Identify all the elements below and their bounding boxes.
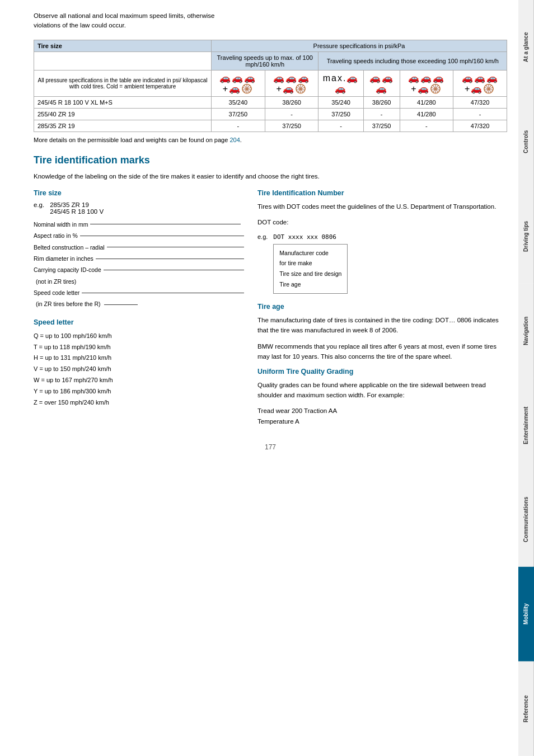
cell-2-5: 41/280 <box>400 108 453 120</box>
eg-dot-label: e.g. <box>257 233 268 240</box>
right-tabs: At a glance Controls Driving tips Naviga… <box>518 0 534 756</box>
tab-at-a-glance[interactable]: At a glance <box>518 0 534 95</box>
cell-1-3: 35/240 <box>318 96 363 108</box>
cell-2-4: - <box>363 108 400 120</box>
speed-item-q: Q = up to 100 mph/160 km/h <box>34 331 246 342</box>
cell-3-6: 47/320 <box>453 120 507 132</box>
dot-label: DOT code: <box>257 217 507 227</box>
speed-item-y: Y = up to 186 mph/300 km/h <box>34 386 246 397</box>
tire-size-diagram: Nominal width in mm Aspect ratio in % Be… <box>34 219 246 309</box>
cell-2-6: - <box>453 108 507 120</box>
table-footnote: More details on the permissible load and… <box>34 137 507 143</box>
speed-item-v: V = up to 150 mph/240 km/h <box>34 364 246 375</box>
eg-label: e.g. <box>34 201 44 215</box>
table-col-tire-size: Tire size <box>34 40 212 51</box>
utqg-text1: Quality grades can be found where applic… <box>257 380 507 401</box>
section-title: Tire identification marks <box>34 154 507 166</box>
label-belted: Belted construction – radial <box>34 242 105 252</box>
cell-3-4: 37/250 <box>363 120 400 132</box>
tire-size-example: e.g. 285/35 ZR 19 245/45 R 18 100 V <box>34 201 246 215</box>
footnote-link[interactable]: 204 <box>229 137 240 143</box>
dot-diagram-area: e.g. DOT xxxx xxx 0806 Manufacturer code… <box>257 233 507 294</box>
label-rim: Rim diameter in inches <box>34 253 93 264</box>
dot-item-1: Manufacturer code <box>279 248 341 259</box>
icon-row-5: 🚗🚗🚗+🚗🛞 <box>453 70 507 96</box>
tire-size-3: 285/35 ZR 19 <box>34 120 212 132</box>
icon-row-4: 🚗🚗🚗+🚗🛞 <box>400 70 453 96</box>
cell-1-2: 38/260 <box>265 96 318 108</box>
intro-text: Observe all national and local maximum s… <box>34 11 224 31</box>
eg-val1: 285/35 ZR 19 <box>50 201 104 208</box>
label-zr-before: (in ZR tires before the R) <box>36 300 101 307</box>
utqg-subtitle: Uniform Tire Quality Grading <box>257 368 507 375</box>
cell-1-6: 47/320 <box>453 96 507 108</box>
page-number: 177 <box>34 443 507 451</box>
label-aspect-ratio: Aspect ratio in % <box>34 231 78 241</box>
tab-reference[interactable]: Reference <box>518 661 534 756</box>
tire-id-subtitle: Tire Identification Number <box>257 189 507 197</box>
right-column: Tire Identification Number Tires with DO… <box>257 189 507 432</box>
tab-mobility[interactable]: Mobility <box>518 567 534 661</box>
cell-2-1: 37/250 <box>212 108 265 120</box>
label-speed-code: Speed code letter <box>34 288 79 298</box>
label-carrying: Carrying capacity ID-code <box>34 265 101 275</box>
dot-item-1b: for tire make <box>279 258 341 269</box>
speed-item-w: W = up to 167 mph/270 km/h <box>34 375 246 386</box>
label-nominal-width: Nominal width in mm <box>34 219 88 229</box>
cell-1-1: 35/240 <box>212 96 265 108</box>
tire-age-text2: BMW recommends that you replace all tire… <box>257 341 507 362</box>
left-column: Tire size e.g. 285/35 ZR 19 245/45 R 18 … <box>34 189 246 432</box>
table-subheader-slow: Traveling speeds up to max. of 100 mph/1… <box>212 51 318 70</box>
section-intro: Knowledge of the labeling on the side of… <box>34 172 507 181</box>
speed-list: Q = up to 100 mph/160 km/h T = up to 118… <box>34 331 246 408</box>
cell-2-2: - <box>265 108 318 120</box>
cell-3-2: 37/250 <box>265 120 318 132</box>
table-label-row: All pressure specifications in the table… <box>34 70 212 96</box>
tire-id-text1: Tires with DOT codes meet the guidelines… <box>257 201 507 212</box>
dot-item-3: Tire age <box>279 279 341 290</box>
tire-age-subtitle: Tire age <box>257 303 507 311</box>
tab-navigation[interactable]: Navigation <box>518 284 534 378</box>
tab-controls[interactable]: Controls <box>518 95 534 189</box>
speed-item-h: H = up to 131 mph/210 km/h <box>34 353 246 364</box>
cell-3-3: - <box>318 120 363 132</box>
icon-row-2: 🚗🚗🚗+🚗🛞 <box>265 70 318 96</box>
cell-3-5: - <box>400 120 453 132</box>
dot-example-text: DOT xxxx xxx 0806 <box>273 233 348 241</box>
table-row: 255/40 ZR 19 37/250 - 37/250 - 41/280 - <box>34 108 507 120</box>
tire-size-1: 245/45 R 18 100 V XL M+S <box>34 96 212 108</box>
dot-item-2: Tire size and tire design <box>279 269 341 279</box>
table-row: 285/35 ZR 19 - 37/250 - 37/250 - 47/320 <box>34 120 507 132</box>
cell-2-3: 37/250 <box>318 108 363 120</box>
icon-row-3: 🚗🚗🚗 <box>363 70 400 96</box>
cell-1-5: 41/280 <box>400 96 453 108</box>
utqg-example: Tread wear 200 Traction AA Temperature A <box>257 406 507 426</box>
tire-age-text1: The manufacturing date of tires is conta… <box>257 315 507 336</box>
table-col-pressure: Pressure specifications in psi/kPa <box>212 40 507 51</box>
table-subheader-fast: Traveling speeds including those exceedi… <box>318 51 507 70</box>
icon-row-1: 🚗🚗🚗+🚗🛞 <box>212 70 265 96</box>
dot-diagram: e.g. DOT xxxx xxx 0806 Manufacturer code… <box>257 233 507 294</box>
tab-communications[interactable]: Communications <box>518 472 534 567</box>
pressure-table: Tire size Pressure specifications in psi… <box>34 40 507 132</box>
icon-row-max: max.🚗🚗 <box>318 70 363 96</box>
cell-3-1: - <box>212 120 265 132</box>
cell-1-4: 38/260 <box>363 96 400 108</box>
tab-entertainment[interactable]: Entertainment <box>518 378 534 473</box>
tab-driving-tips[interactable]: Driving tips <box>518 189 534 284</box>
tire-size-subtitle: Tire size <box>34 189 246 197</box>
two-column-layout: Tire size e.g. 285/35 ZR 19 245/45 R 18 … <box>34 189 507 432</box>
speed-item-t: T = up to 118 mph/190 km/h <box>34 342 246 353</box>
eg-val2: 245/45 R 18 100 V <box>50 208 104 215</box>
label-not-zr: (not in ZR tires) <box>36 278 76 285</box>
table-row: 245/45 R 18 100 V XL M+S 35/240 38/260 3… <box>34 96 507 108</box>
speed-item-z: Z = over 150 mph/240 km/h <box>34 397 246 408</box>
dot-box: Manufacturer code for tire make Tire siz… <box>273 244 348 294</box>
speed-letter-subtitle: Speed letter <box>34 318 246 326</box>
tire-size-2: 255/40 ZR 19 <box>34 108 212 120</box>
